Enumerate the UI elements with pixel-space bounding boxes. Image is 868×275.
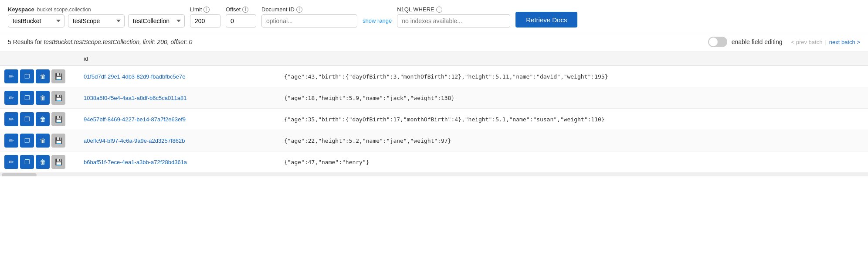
delete-button[interactable]: 🗑 xyxy=(36,155,50,169)
offset-label: Offset i xyxy=(226,6,256,13)
table-header-row: id xyxy=(0,52,868,66)
results-count-text: 5 Results for xyxy=(8,38,42,45)
doc-id[interactable]: b6baf51f-7ece-4ea1-a3bb-a72f28bd361a xyxy=(78,151,279,173)
id-col-header: id xyxy=(78,52,279,66)
limit-label: Limit i xyxy=(190,6,220,13)
doc-value: {"age":35,"birth":{"dayOfBirth":17,"mont… xyxy=(279,109,868,130)
limit-group: Limit i xyxy=(190,6,220,28)
save-button[interactable]: 💾 xyxy=(51,69,65,83)
keyspace-dropdowns: testBucket testScope testCollection xyxy=(8,14,185,28)
copy-button[interactable]: ❐ xyxy=(20,155,34,169)
n1ql-input[interactable] xyxy=(397,14,510,28)
batch-separator: | xyxy=(825,39,826,45)
bucket-select[interactable]: testBucket xyxy=(8,14,64,28)
actions-cell: ✏❐🗑💾 xyxy=(0,151,78,172)
results-right: enable field editing < prev batch | next… xyxy=(708,37,860,47)
doc-id-group: Document ID i xyxy=(261,6,357,28)
keyspace-path: bucket.scope.collection xyxy=(37,7,91,13)
doc-value: {"age":47,"name":"henry"} xyxy=(279,151,868,173)
keyspace-label: Keyspace bucket.scope.collection xyxy=(8,6,185,13)
doc-id[interactable]: 94e57bff-8469-4227-be14-87a7f2e63ef9 xyxy=(78,109,279,130)
copy-button[interactable]: ❐ xyxy=(20,134,34,148)
limit-input[interactable] xyxy=(190,14,220,28)
actions-cell: ✏❐🗑💾 xyxy=(0,130,78,151)
table-container: id ✏❐🗑💾01f5d7df-29e1-4db3-82d9-fbadbfbc5… xyxy=(0,52,868,173)
delete-button[interactable]: 🗑 xyxy=(36,91,50,105)
results-summary: 5 Results for testBucket.testScope.testC… xyxy=(8,38,192,45)
doc-id-label: Document ID i xyxy=(261,6,357,13)
save-button[interactable]: 💾 xyxy=(51,134,65,148)
save-button[interactable]: 💾 xyxy=(51,155,65,169)
results-bar: 5 Results for testBucket.testScope.testC… xyxy=(0,32,868,52)
retrieve-docs-button[interactable]: Retrieve Docs xyxy=(515,12,577,28)
toggle-group: enable field editing xyxy=(708,37,783,47)
copy-button[interactable]: ❐ xyxy=(20,69,34,83)
edit-button[interactable]: ✏ xyxy=(4,69,18,83)
offset-input[interactable] xyxy=(226,14,256,28)
results-detail: testBucket.testScope.testCollection, lim… xyxy=(44,38,192,45)
scrollbar-thumb xyxy=(2,173,37,176)
doc-id[interactable]: 1038a5f0-f5e4-4aa1-a8df-b6c5ca011a81 xyxy=(78,87,279,109)
scrollbar-area[interactable] xyxy=(0,173,868,176)
edit-button[interactable]: ✏ xyxy=(4,91,18,105)
keyspace-title: Keyspace xyxy=(8,6,34,13)
save-button[interactable]: 💾 xyxy=(51,112,65,126)
n1ql-label: N1QL WHERE i xyxy=(397,6,510,13)
table-row: ✏❐🗑💾01f5d7df-29e1-4db3-82d9-fbadbfbc5e7e… xyxy=(0,66,868,87)
doc-id-info-icon: i xyxy=(296,7,302,13)
prev-batch-link[interactable]: < prev batch xyxy=(791,39,823,45)
documents-table: id ✏❐🗑💾01f5d7df-29e1-4db3-82d9-fbadbfbc5… xyxy=(0,52,868,173)
n1ql-info-icon: i xyxy=(436,7,442,13)
show-range-link[interactable]: show range xyxy=(363,17,392,28)
doc-id[interactable]: 01f5d7df-29e1-4db3-82d9-fbadbfbc5e7e xyxy=(78,66,279,87)
field-editing-toggle[interactable] xyxy=(708,37,727,47)
n1ql-group: N1QL WHERE i xyxy=(397,6,510,28)
actions-cell: ✏❐🗑💾 xyxy=(0,87,78,108)
delete-button[interactable]: 🗑 xyxy=(36,69,50,83)
offset-info-icon: i xyxy=(242,7,248,13)
copy-button[interactable]: ❐ xyxy=(20,91,34,105)
table-row: ✏❐🗑💾1038a5f0-f5e4-4aa1-a8df-b6c5ca011a81… xyxy=(0,87,868,109)
toggle-label: enable field editing xyxy=(732,38,783,45)
doc-value: {"age":22,"height":5.2,"name":"jane","we… xyxy=(279,130,868,151)
doc-value: {"age":43,"birth":{"dayOfBirth":3,"month… xyxy=(279,66,868,87)
table-row: ✏❐🗑💾94e57bff-8469-4227-be14-87a7f2e63ef9… xyxy=(0,109,868,130)
edit-button[interactable]: ✏ xyxy=(4,112,18,126)
table-row: ✏❐🗑💾b6baf51f-7ece-4ea1-a3bb-a72f28bd361a… xyxy=(0,151,868,173)
delete-button[interactable]: 🗑 xyxy=(36,134,50,148)
batch-nav: < prev batch | next batch > xyxy=(791,39,861,45)
delete-button[interactable]: 🗑 xyxy=(36,112,50,126)
actions-cell: ✏❐🗑💾 xyxy=(0,66,78,87)
value-col-header xyxy=(279,52,868,66)
copy-button[interactable]: ❐ xyxy=(20,112,34,126)
save-button[interactable]: 💾 xyxy=(51,91,65,105)
doc-id-input[interactable] xyxy=(261,14,357,28)
limit-info-icon: i xyxy=(203,7,210,13)
offset-group: Offset i xyxy=(226,6,256,28)
next-batch-link[interactable]: next batch > xyxy=(829,39,860,45)
doc-value: {"age":18,"height":5.9,"name":"jack","we… xyxy=(279,87,868,109)
collection-select[interactable]: testCollection xyxy=(128,14,185,28)
doc-id[interactable]: a0effc94-bf97-4c6a-9a9e-a2d3257f862b xyxy=(78,130,279,151)
actions-col-header xyxy=(0,52,78,66)
edit-button[interactable]: ✏ xyxy=(4,134,18,148)
keyspace-section: Keyspace bucket.scope.collection testBuc… xyxy=(8,6,185,28)
scope-select[interactable]: testScope xyxy=(68,14,125,28)
top-bar: Keyspace bucket.scope.collection testBuc… xyxy=(0,0,868,32)
edit-button[interactable]: ✏ xyxy=(4,155,18,169)
actions-cell: ✏❐🗑💾 xyxy=(0,109,78,130)
table-row: ✏❐🗑💾a0effc94-bf97-4c6a-9a9e-a2d3257f862b… xyxy=(0,130,868,151)
